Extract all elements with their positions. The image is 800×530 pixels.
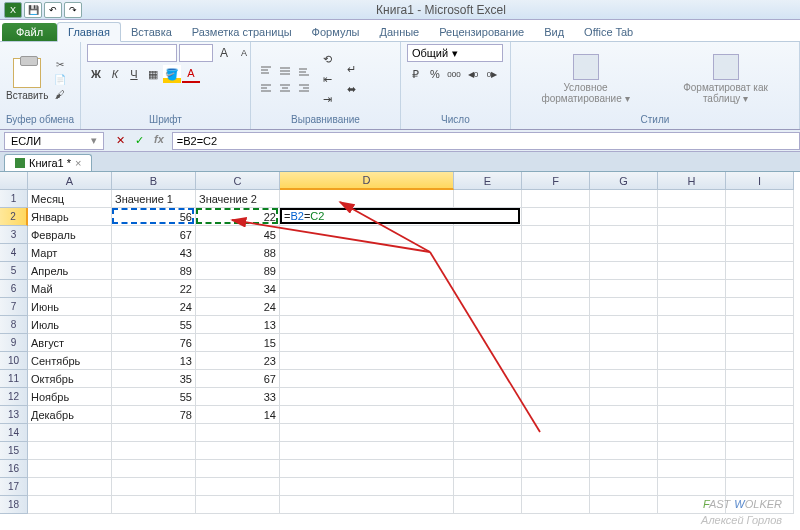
- cell-B15[interactable]: [112, 442, 196, 460]
- cell-G5[interactable]: [590, 262, 658, 280]
- cell-A6[interactable]: Май: [28, 280, 112, 298]
- save-button[interactable]: 💾: [24, 2, 42, 18]
- cell-G14[interactable]: [590, 424, 658, 442]
- cell-B6[interactable]: 22: [112, 280, 196, 298]
- row-header-9[interactable]: 9: [0, 334, 28, 352]
- cell-G15[interactable]: [590, 442, 658, 460]
- paste-button[interactable]: Вставить: [6, 58, 48, 101]
- cell-C3[interactable]: 45: [196, 226, 280, 244]
- cell-I15[interactable]: [726, 442, 794, 460]
- cell-B3[interactable]: 67: [112, 226, 196, 244]
- cell-B17[interactable]: [112, 478, 196, 496]
- cell-F15[interactable]: [522, 442, 590, 460]
- cell-D10[interactable]: [280, 352, 454, 370]
- cell-G18[interactable]: [590, 496, 658, 514]
- cells[interactable]: МесяцЗначение 1Значение 2Январь5622Февра…: [28, 190, 794, 514]
- cell-E12[interactable]: [454, 388, 522, 406]
- row-header-8[interactable]: 8: [0, 316, 28, 334]
- spreadsheet-grid[interactable]: ABCDEFGHI 123456789101112131415161718 Ме…: [0, 172, 800, 514]
- italic-button[interactable]: К: [106, 65, 124, 83]
- indent-dec-button[interactable]: ⇤: [319, 70, 337, 88]
- cell-A16[interactable]: [28, 460, 112, 478]
- column-header-D[interactable]: D: [280, 172, 454, 190]
- cell-C10[interactable]: 23: [196, 352, 280, 370]
- cell-I6[interactable]: [726, 280, 794, 298]
- cell-D6[interactable]: [280, 280, 454, 298]
- cell-A13[interactable]: Декабрь: [28, 406, 112, 424]
- cell-F3[interactable]: [522, 226, 590, 244]
- cell-C16[interactable]: [196, 460, 280, 478]
- cell-G2[interactable]: [590, 208, 658, 226]
- cell-F10[interactable]: [522, 352, 590, 370]
- cell-D8[interactable]: [280, 316, 454, 334]
- cell-A8[interactable]: Июль: [28, 316, 112, 334]
- name-box[interactable]: ЕСЛИ▾: [4, 132, 104, 150]
- cell-D14[interactable]: [280, 424, 454, 442]
- cell-B16[interactable]: [112, 460, 196, 478]
- grow-font-button[interactable]: A: [215, 44, 233, 62]
- cell-C15[interactable]: [196, 442, 280, 460]
- tab-page-layout[interactable]: Разметка страницы: [182, 23, 302, 41]
- font-size-select[interactable]: [179, 44, 213, 62]
- cell-G1[interactable]: [590, 190, 658, 208]
- column-header-E[interactable]: E: [454, 172, 522, 190]
- cell-D1[interactable]: [280, 190, 454, 208]
- cell-I13[interactable]: [726, 406, 794, 424]
- cell-G6[interactable]: [590, 280, 658, 298]
- cell-H4[interactable]: [658, 244, 726, 262]
- cell-E4[interactable]: [454, 244, 522, 262]
- row-header-15[interactable]: 15: [0, 442, 28, 460]
- cell-F1[interactable]: [522, 190, 590, 208]
- cell-I14[interactable]: [726, 424, 794, 442]
- cell-I10[interactable]: [726, 352, 794, 370]
- cell-B9[interactable]: 76: [112, 334, 196, 352]
- conditional-formatting-button[interactable]: Условное форматирование ▾: [517, 52, 654, 106]
- cell-H12[interactable]: [658, 388, 726, 406]
- cell-C18[interactable]: [196, 496, 280, 514]
- column-header-I[interactable]: I: [726, 172, 794, 190]
- cell-B8[interactable]: 55: [112, 316, 196, 334]
- cell-C13[interactable]: 14: [196, 406, 280, 424]
- row-header-16[interactable]: 16: [0, 460, 28, 478]
- cell-H13[interactable]: [658, 406, 726, 424]
- cell-E1[interactable]: [454, 190, 522, 208]
- redo-button[interactable]: ↷: [64, 2, 82, 18]
- cell-C8[interactable]: 13: [196, 316, 280, 334]
- cell-H3[interactable]: [658, 226, 726, 244]
- cut-button[interactable]: ✂: [52, 57, 68, 71]
- cell-F12[interactable]: [522, 388, 590, 406]
- underline-button[interactable]: Ч: [125, 65, 143, 83]
- row-header-3[interactable]: 3: [0, 226, 28, 244]
- cell-G11[interactable]: [590, 370, 658, 388]
- column-header-G[interactable]: G: [590, 172, 658, 190]
- cell-D15[interactable]: [280, 442, 454, 460]
- cell-B1[interactable]: Значение 1: [112, 190, 196, 208]
- cell-D11[interactable]: [280, 370, 454, 388]
- cell-I7[interactable]: [726, 298, 794, 316]
- align-middle-button[interactable]: [276, 63, 294, 79]
- cell-F8[interactable]: [522, 316, 590, 334]
- cell-E9[interactable]: [454, 334, 522, 352]
- cancel-formula-button[interactable]: ✕: [112, 133, 128, 149]
- cell-F4[interactable]: [522, 244, 590, 262]
- cell-A3[interactable]: Февраль: [28, 226, 112, 244]
- cell-C9[interactable]: 15: [196, 334, 280, 352]
- number-format-select[interactable]: Общий▾: [407, 44, 503, 62]
- cell-G10[interactable]: [590, 352, 658, 370]
- align-left-button[interactable]: [257, 80, 275, 96]
- row-header-11[interactable]: 11: [0, 370, 28, 388]
- border-button[interactable]: ▦: [144, 65, 162, 83]
- cell-B7[interactable]: 24: [112, 298, 196, 316]
- cell-H1[interactable]: [658, 190, 726, 208]
- cell-C4[interactable]: 88: [196, 244, 280, 262]
- cell-A17[interactable]: [28, 478, 112, 496]
- cell-D4[interactable]: [280, 244, 454, 262]
- cell-F7[interactable]: [522, 298, 590, 316]
- select-all-corner[interactable]: [0, 172, 28, 190]
- bold-button[interactable]: Ж: [87, 65, 105, 83]
- cell-C2[interactable]: 22: [196, 208, 280, 226]
- font-family-select[interactable]: [87, 44, 177, 62]
- cell-H11[interactable]: [658, 370, 726, 388]
- tab-insert[interactable]: Вставка: [121, 23, 182, 41]
- row-header-14[interactable]: 14: [0, 424, 28, 442]
